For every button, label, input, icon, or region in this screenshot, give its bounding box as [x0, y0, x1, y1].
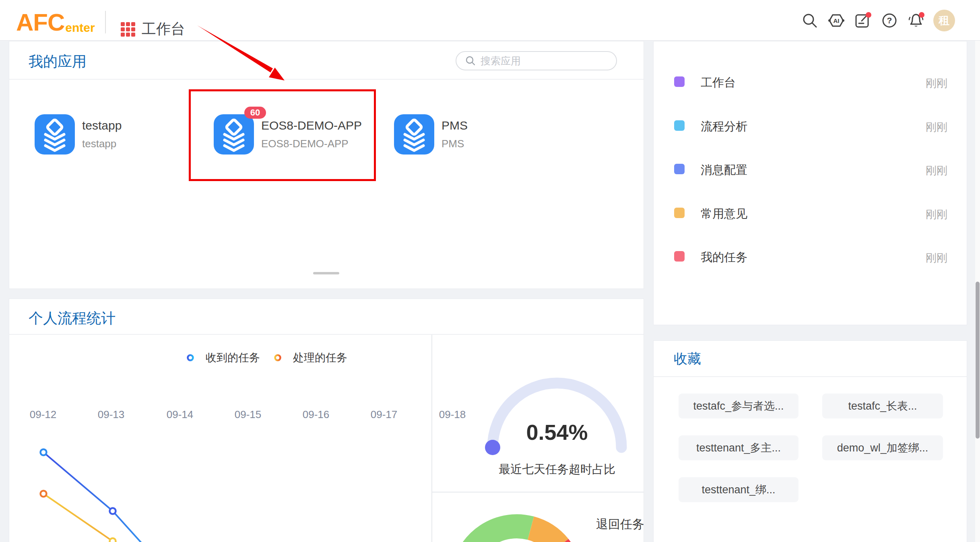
app-layers-icon	[35, 114, 75, 155]
search-icon	[465, 56, 476, 66]
app-layers-icon	[394, 114, 434, 155]
app-search-input[interactable]	[481, 55, 601, 67]
favorites-title: 收藏	[674, 350, 701, 368]
gauge-value: 0.54%	[501, 420, 613, 445]
data-point[interactable]	[110, 538, 116, 542]
favorites-header: 收藏	[654, 341, 967, 377]
app-layers-icon	[214, 114, 254, 155]
app-grid-icon	[121, 22, 135, 37]
entry-color-square	[674, 76, 685, 87]
header-divider	[105, 11, 106, 33]
returned-tasks-label: 退回任务数	[596, 516, 644, 533]
favorites-panel: 收藏 testafc_参与者选... testafc_长表... testten…	[653, 340, 967, 542]
vertical-scrollbar-thumb[interactable]	[976, 282, 980, 439]
series-received-tasks	[41, 449, 180, 542]
app-card-pms[interactable]: PMS PMS	[394, 114, 495, 155]
favorite-chip[interactable]: testafc_长表...	[822, 394, 943, 418]
app-name: EOS8-DEMO-APP	[261, 119, 362, 132]
recent-item-process-analysis[interactable]: 流程分析 刚刚	[654, 117, 967, 134]
afcenter-logo[interactable]: AFC enter	[16, 10, 95, 35]
recent-item-common-opinions[interactable]: 常用意见 刚刚	[654, 205, 967, 221]
my-apps-panel: 我的应用 testapp testapp	[9, 41, 644, 289]
app-search-box[interactable]	[456, 51, 617, 70]
data-point[interactable]	[41, 491, 47, 497]
favorite-chip[interactable]: testtenant_绑...	[679, 477, 798, 502]
todo-count-badge: 60	[244, 107, 266, 119]
gauge-caption: 最近七天任务超时占比	[477, 462, 638, 478]
entry-color-square	[674, 251, 685, 262]
logo-text-sub: enter	[65, 22, 95, 34]
favorite-chip[interactable]: testafc_参与者选...	[679, 394, 798, 418]
app-subtitle: testapp	[82, 138, 116, 150]
notifications-badge-dot	[919, 12, 924, 18]
compose-button[interactable]	[854, 11, 872, 30]
recent-item-message-config[interactable]: 消息配置 刚刚	[654, 161, 967, 177]
top-bar: AFC enter 工作台 AI	[0, 0, 980, 41]
svg-text:AI: AI	[834, 17, 840, 24]
tenant-avatar[interactable]: 租	[933, 10, 955, 31]
afcenter-workbench-page: AFC enter 工作台 AI	[0, 0, 980, 542]
vertical-scrollbar-track[interactable]	[975, 41, 980, 542]
app-name: testapp	[82, 119, 122, 132]
search-button[interactable]	[801, 11, 819, 30]
compose-badge-dot	[866, 12, 871, 18]
entry-label: 常用意见	[701, 206, 747, 222]
app-subtitle: PMS	[442, 138, 464, 150]
entry-label: 我的任务	[701, 249, 747, 266]
help-button[interactable]: ?	[880, 11, 899, 30]
entry-color-square	[674, 120, 685, 131]
app-subtitle: EOS8-DEMO-APP	[261, 138, 349, 150]
my-apps-title: 我的应用	[29, 52, 87, 72]
donut-returned-tasks	[463, 526, 566, 542]
data-point[interactable]	[110, 508, 116, 514]
entry-time: 刚刚	[926, 120, 947, 134]
app-card-eos8-demo-app[interactable]: 60 EOS8-DEMO-APP EOS8-DEMO-APP	[214, 114, 375, 155]
series-processed-tasks	[41, 491, 180, 542]
entry-time: 刚刚	[926, 251, 947, 265]
search-icon	[801, 12, 819, 29]
recent-item-my-tasks[interactable]: 我的任务 刚刚	[654, 248, 967, 264]
favorite-chip[interactable]: demo_wl_加签绑...	[822, 435, 943, 460]
notifications-button[interactable]	[907, 11, 925, 30]
app-card-testapp[interactable]: testapp testapp	[35, 114, 155, 155]
entry-label: 流程分析	[701, 119, 747, 135]
entry-time: 刚刚	[926, 76, 947, 91]
entry-label: 消息配置	[701, 162, 747, 178]
recent-item-workbench[interactable]: 工作台 刚刚	[654, 74, 967, 90]
workbench-title: 工作台	[142, 19, 185, 39]
entry-label: 工作台	[701, 75, 736, 91]
help-icon: ?	[881, 12, 898, 29]
logo-text-main: AFC	[16, 10, 64, 35]
recent-entries-panel: 工作台 刚刚 流程分析 刚刚 消息配置 刚刚 常用意见 刚刚 我的任务 刚刚	[653, 41, 967, 325]
data-point[interactable]	[41, 449, 47, 455]
gauge-progress-dot	[485, 440, 500, 455]
ai-assistant-icon: AI	[827, 12, 846, 29]
ai-assistant-button[interactable]: AI	[827, 11, 846, 30]
carousel-indicator[interactable]	[313, 272, 339, 274]
svg-text:?: ?	[887, 16, 892, 25]
workbench-menu[interactable]: 工作台	[121, 19, 185, 39]
entry-time: 刚刚	[926, 163, 947, 178]
app-name: PMS	[442, 119, 468, 132]
my-apps-header: 我的应用	[9, 41, 644, 80]
header-toolbar: AI ?	[801, 0, 955, 41]
entry-color-square	[674, 164, 685, 174]
personal-process-stats-panel: 个人流程统计 收到的任务	[9, 299, 644, 542]
entry-color-square	[674, 208, 685, 218]
entry-time: 刚刚	[926, 207, 947, 222]
returned-tasks-count-clipped: 1	[613, 539, 623, 542]
favorite-chip[interactable]: testtenant_多主...	[679, 435, 798, 460]
